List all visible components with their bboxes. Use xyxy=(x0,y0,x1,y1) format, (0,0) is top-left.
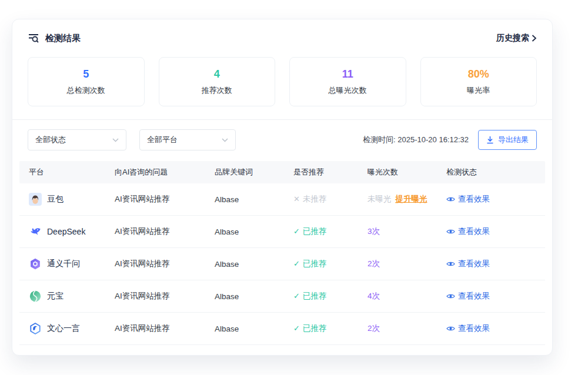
table-row: 文心一言 AI资讯网站推荐 Albase ✓已推荐 2次 查看效果 xyxy=(19,313,545,345)
stat-card-total-detections: 5 总检测次数 xyxy=(28,57,145,106)
cross-icon: ✕ xyxy=(293,195,300,203)
stat-card-recommend-count: 4 推荐次数 xyxy=(159,57,276,106)
platform-select[interactable]: 全部平台 xyxy=(139,129,236,150)
platform-select-value: 全部平台 xyxy=(147,135,178,145)
filter-row: 全部状态 全部平台 检测时间: 2025-10-20 16:12:32 导出结果 xyxy=(12,120,552,160)
exposure-cell: 2次 xyxy=(358,323,437,334)
eye-icon xyxy=(446,293,455,300)
check-icon: ✓ xyxy=(293,324,300,333)
question-cell: AI资讯网站推荐 xyxy=(105,323,205,334)
recommend-cell: ✓已推荐 xyxy=(284,226,358,237)
view-effect-link[interactable]: 查看效果 xyxy=(446,259,490,269)
doubao-avatar xyxy=(29,193,42,206)
eye-icon xyxy=(446,196,455,203)
tongyi-logo-icon xyxy=(29,257,42,270)
table-row: 元宝 AI资讯网站推荐 Albase ✓已推荐 4次 查看效果 xyxy=(19,280,545,313)
detect-time-text: 检测时间: 2025-10-20 16:12:32 xyxy=(363,135,469,145)
col-header-recommend: 是否推荐 xyxy=(284,167,358,178)
chevron-down-icon xyxy=(222,138,228,142)
table-row: DeepSeek AI资讯网站推荐 Albase ✓已推荐 3次 查看效果 xyxy=(19,216,545,248)
question-cell: AI资讯网站推荐 xyxy=(105,259,205,269)
history-search-link[interactable]: 历史搜索 xyxy=(496,33,537,43)
stats-row: 5 总检测次数 4 推荐次数 11 总曝光次数 80% 曝光率 xyxy=(12,53,552,119)
page-title: 检测结果 xyxy=(45,33,81,44)
question-cell: AI资讯网站推荐 xyxy=(105,226,205,237)
stat-value: 80% xyxy=(468,68,489,81)
recommend-cell: ✓已推荐 xyxy=(284,323,358,334)
table-row: 豆包 AI资讯网站推荐 Albase ✕未推荐 未曝光提升曝光 查看效果 xyxy=(19,183,545,216)
stat-value: 5 xyxy=(83,68,89,81)
recommend-cell: ✕未推荐 xyxy=(284,194,358,205)
export-results-button[interactable]: 导出结果 xyxy=(478,130,537,150)
check-icon: ✓ xyxy=(293,292,300,300)
check-icon: ✓ xyxy=(293,259,300,268)
status-select[interactable]: 全部状态 xyxy=(28,129,126,150)
exposure-cell: 未曝光提升曝光 xyxy=(358,194,437,205)
check-icon: ✓ xyxy=(293,227,300,236)
platform-name: 豆包 xyxy=(47,194,64,205)
question-cell: AI资讯网站推荐 xyxy=(105,291,205,302)
col-header-status: 检测状态 xyxy=(437,167,545,178)
col-header-keyword: 品牌关键词 xyxy=(205,167,284,178)
stat-value: 4 xyxy=(214,68,220,81)
detection-results-card: 检测结果 历史搜索 5 总检测次数 4 推荐次数 11 总曝光次数 80% 曝光… xyxy=(12,19,553,356)
view-effect-link[interactable]: 查看效果 xyxy=(446,323,490,334)
eye-icon xyxy=(446,228,455,235)
boost-exposure-link[interactable]: 提升曝光 xyxy=(396,195,427,203)
wenxin-logo-icon xyxy=(29,322,42,335)
card-header: 检测结果 历史搜索 xyxy=(12,19,552,53)
stat-label: 曝光率 xyxy=(467,85,490,96)
yuanbao-logo-icon xyxy=(29,290,42,303)
results-table: 平台 向AI咨询的问题 品牌关键词 是否推荐 曝光次数 检测状态 豆包 AI资讯… xyxy=(19,161,545,345)
table-header-row: 平台 向AI咨询的问题 品牌关键词 是否推荐 曝光次数 检测状态 xyxy=(19,161,545,183)
stat-card-exposure-rate: 80% 曝光率 xyxy=(420,57,537,106)
view-effect-link[interactable]: 查看效果 xyxy=(446,226,490,237)
stat-value: 11 xyxy=(342,68,353,81)
eye-icon xyxy=(446,325,455,332)
platform-name: DeepSeek xyxy=(47,227,85,236)
eye-icon xyxy=(446,260,455,267)
stat-label: 推荐次数 xyxy=(202,85,232,96)
recommend-cell: ✓已推荐 xyxy=(284,291,358,302)
exposure-cell: 2次 xyxy=(358,259,437,269)
view-effect-link[interactable]: 查看效果 xyxy=(446,291,490,302)
col-header-platform: 平台 xyxy=(19,167,105,178)
exposure-cell: 3次 xyxy=(358,226,437,237)
exposure-text: 未曝光 xyxy=(368,195,392,203)
platform-name: 文心一言 xyxy=(47,323,80,334)
recommend-cell: ✓已推荐 xyxy=(284,259,358,269)
col-header-exposure: 曝光次数 xyxy=(358,167,437,178)
export-results-label: 导出结果 xyxy=(498,135,529,145)
col-header-question: 向AI咨询的问题 xyxy=(105,167,205,178)
table-row: 通义千问 AI资讯网站推荐 Albase ✓已推荐 2次 查看效果 xyxy=(19,248,545,280)
keyword-cell: Albase xyxy=(205,260,284,269)
chevron-down-icon xyxy=(112,138,119,142)
history-search-label: 历史搜索 xyxy=(496,33,529,43)
keyword-cell: Albase xyxy=(205,227,284,236)
keyword-cell: Albase xyxy=(205,324,284,333)
stat-card-total-exposures: 11 总曝光次数 xyxy=(289,57,406,106)
keyword-cell: Albase xyxy=(205,292,284,301)
keyword-cell: Albase xyxy=(205,195,284,204)
download-icon xyxy=(486,136,494,144)
platform-name: 元宝 xyxy=(47,291,64,302)
question-cell: AI资讯网站推荐 xyxy=(105,194,205,205)
deepseek-whale-icon xyxy=(29,225,42,238)
stat-label: 总检测次数 xyxy=(67,85,105,96)
exposure-cell: 4次 xyxy=(358,291,437,302)
view-effect-link[interactable]: 查看效果 xyxy=(446,194,490,205)
platform-name: 通义千问 xyxy=(47,259,80,269)
chevron-right-icon xyxy=(532,35,537,42)
search-list-icon xyxy=(28,32,39,44)
stat-label: 总曝光次数 xyxy=(329,85,367,96)
status-select-value: 全部状态 xyxy=(35,135,66,145)
